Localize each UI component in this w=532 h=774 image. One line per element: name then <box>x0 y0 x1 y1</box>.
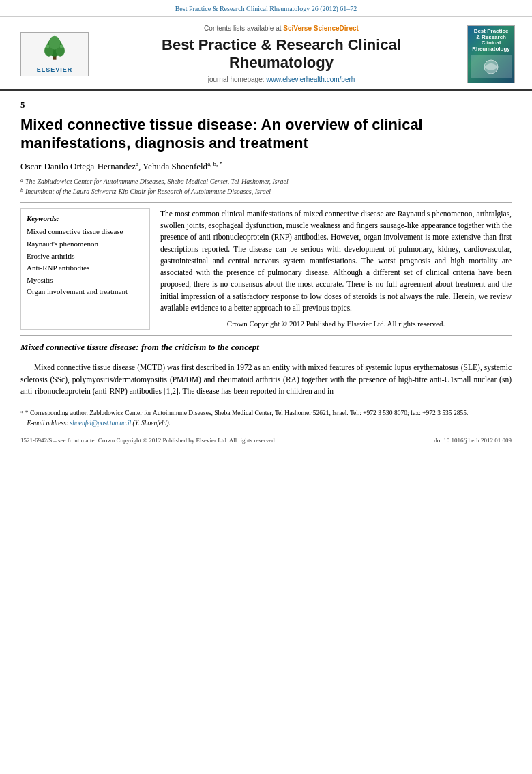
journal-cover-area: Best Practice& ResearchClinicalRheumatol… <box>467 25 518 83</box>
author-primary: Oscar-Danilo Ortega-Hernandez <box>20 161 136 171</box>
elsevier-logo-area: ELSEVIER <box>14 32 95 76</box>
author-coauthor-sup: a, b, * <box>207 160 222 167</box>
article-title: Mixed connective tissue disease: An over… <box>20 115 512 153</box>
keywords-column: Keywords: Mixed connective tissue diseas… <box>20 208 150 330</box>
issn-left: 1521-6942/$ – see front matter Crown Cop… <box>20 436 276 445</box>
journal-title-line1: Best Practice & Research Clinical <box>162 36 401 53</box>
issn-doi: doi:10.1016/j.berh.2012.01.009 <box>434 436 512 445</box>
sciverse-prefix: Contents lists available at <box>204 25 283 32</box>
svg-point-5 <box>46 44 50 48</box>
divider-1 <box>20 202 512 203</box>
sciverse-line: Contents lists available at SciVerse Sci… <box>204 24 359 33</box>
footnote-email-suffix: (Y. Shoenfeld). <box>131 420 171 427</box>
elsevier-logo: ELSEVIER <box>14 32 95 76</box>
journal-cover-image: Best Practice& ResearchClinicalRheumatol… <box>467 25 515 83</box>
affiliation-a-line: a The Zabludowicz Center for Autoimmune … <box>20 176 512 186</box>
journal-info-center: Contents lists available at SciVerse Sci… <box>102 24 460 85</box>
affiliation-a-text: The Zabludowicz Center for Autoimmune Di… <box>25 176 289 186</box>
keyword-6: Organ involvement and treatment <box>27 286 144 298</box>
journal-title: Best Practice & Research Clinical Rheuma… <box>162 36 401 72</box>
journal-header: ELSEVIER Contents lists available at Sci… <box>0 17 532 91</box>
keywords-list: Mixed connective tissue disease Raynaud'… <box>27 226 144 298</box>
affiliation-b-text: Incumbent of the Laura Schwartz-Kip Chai… <box>25 186 271 197</box>
cover-decorative-image <box>471 55 512 78</box>
abstract-text: The most common clinical manifestations … <box>160 208 512 314</box>
affil-a-super: a <box>20 176 23 184</box>
authors-line: Oscar-Danilo Ortega-Hernandeza, Yehuda S… <box>20 160 512 173</box>
svg-point-4 <box>49 35 61 49</box>
cover-title: Best Practice& ResearchClinicalRheumatol… <box>472 29 510 53</box>
keyword-5: Myositis <box>27 274 144 287</box>
abstract-area: Keywords: Mixed connective tissue diseas… <box>20 208 512 330</box>
homepage-label: journal homepage: <box>208 76 267 83</box>
elsevier-logo-box: ELSEVIER <box>20 32 89 76</box>
article-number: 5 <box>20 99 512 111</box>
footnote-star-symbol: * <box>20 410 25 416</box>
abstract-column: The most common clinical manifestations … <box>160 208 512 330</box>
journal-reference-line: Best Practice & Research Clinical Rheuma… <box>0 0 532 17</box>
footnote-email-address[interactable]: shoenfel@post.tau.ac.il <box>70 420 131 427</box>
footnote-email-label: E-mail address: <box>27 420 70 427</box>
footnote-email-label-text: E-mail address: shoenfel@post.tau.ac.il … <box>27 420 171 427</box>
elsevier-tree-icon <box>38 35 72 62</box>
elsevier-wordmark: ELSEVIER <box>37 66 73 74</box>
keyword-1: Mixed connective tissue disease <box>27 226 144 238</box>
svg-point-6 <box>60 44 63 48</box>
footnote-email-line: E-mail address: shoenfel@post.tau.ac.il … <box>20 418 512 429</box>
footnote-star-note: * * Corresponding author. Zabludowicz Ce… <box>20 408 512 418</box>
keyword-3: Erosive arthritis <box>27 250 144 263</box>
footnote-star-text: * Corresponding author. Zabludowicz Cent… <box>25 410 469 416</box>
abstract-copyright: Crown Copyright © 2012 Published by Else… <box>160 318 512 330</box>
keyword-4: Anti-RNP antibodies <box>27 262 144 274</box>
journal-reference-text: Best Practice & Research Clinical Rheuma… <box>175 5 357 12</box>
sciverse-link[interactable]: SciVerse ScienceDirect <box>283 25 359 32</box>
main-content: 5 Mixed connective tissue disease: An ov… <box>0 91 532 452</box>
issn-line: 1521-6942/$ – see front matter Crown Cop… <box>20 436 512 445</box>
divider-2 <box>20 335 512 336</box>
bottom-divider <box>20 433 512 433</box>
footnote-area: * * Corresponding author. Zabludowicz Ce… <box>20 408 512 429</box>
page: Best Practice & Research Clinical Rheuma… <box>0 0 532 774</box>
section-1-paragraph: Mixed connective tissue disease (MCTD) w… <box>20 362 512 398</box>
homepage-url[interactable]: www.elsevierhealth.com/berh <box>266 76 355 83</box>
keywords-title: Keywords: <box>27 213 144 225</box>
affiliation-b-line: b Incumbent of the Laura Schwartz-Kip Ch… <box>20 186 512 197</box>
footnote-divider <box>20 405 143 405</box>
keyword-2: Raynaud's phenomenon <box>27 238 144 250</box>
author-coauthor: , Yehuda Shoenfeld <box>138 161 207 171</box>
section-1-heading: Mixed connective tissue disease: from th… <box>20 341 512 356</box>
affiliations: a The Zabludowicz Center for Autoimmune … <box>20 176 512 197</box>
journal-title-line2: Rheumatology <box>229 54 334 71</box>
journal-homepage-line: journal homepage: www.elsevierhealth.com… <box>208 75 355 85</box>
affil-b-super: b <box>20 186 23 195</box>
